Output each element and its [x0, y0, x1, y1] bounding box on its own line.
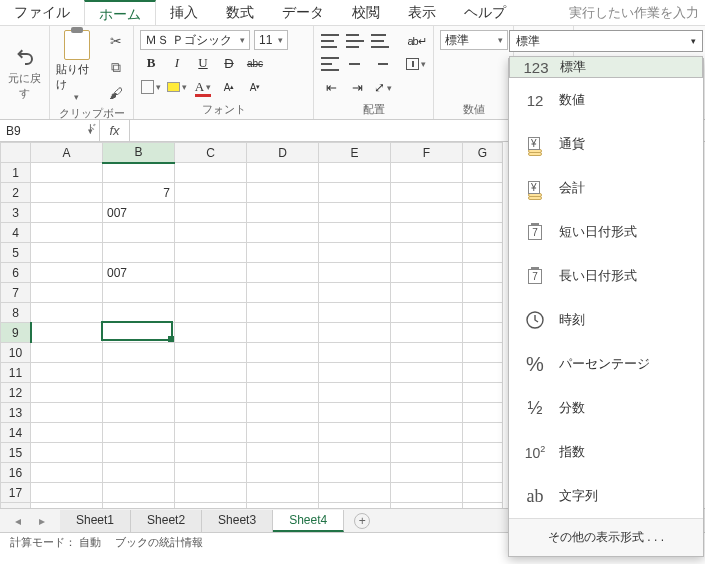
row-header-18[interactable]: 18: [1, 503, 31, 509]
cell-F15[interactable]: [391, 443, 463, 463]
bold-button[interactable]: B: [140, 52, 162, 74]
cell-A18[interactable]: [31, 503, 103, 509]
cell-F12[interactable]: [391, 383, 463, 403]
cell-A16[interactable]: [31, 463, 103, 483]
cell-D17[interactable]: [247, 483, 319, 503]
cell-F6[interactable]: [391, 263, 463, 283]
column-header-C[interactable]: C: [175, 143, 247, 163]
cell-D9[interactable]: [247, 323, 319, 343]
numfmt-数値[interactable]: 12数値: [509, 78, 703, 122]
cell-F13[interactable]: [391, 403, 463, 423]
row-header-6[interactable]: 6: [1, 263, 31, 283]
cell-A6[interactable]: [31, 263, 103, 283]
cell-E8[interactable]: [319, 303, 391, 323]
cell-G10[interactable]: [463, 343, 503, 363]
cell-G4[interactable]: [463, 223, 503, 243]
align-right-button[interactable]: [369, 53, 390, 75]
cell-E1[interactable]: [319, 163, 391, 183]
copy-button[interactable]: ⧉: [105, 56, 127, 78]
cell-G16[interactable]: [463, 463, 503, 483]
cell-G8[interactable]: [463, 303, 503, 323]
cell-A3[interactable]: [31, 203, 103, 223]
cell-A14[interactable]: [31, 423, 103, 443]
cell-B13[interactable]: [103, 403, 175, 423]
increase-indent-button[interactable]: ⇥: [346, 77, 368, 99]
column-header-F[interactable]: F: [391, 143, 463, 163]
paste-icon[interactable]: [64, 30, 90, 60]
cell-G9[interactable]: [463, 323, 503, 343]
numfmt-長い日付形式[interactable]: 7長い日付形式: [509, 254, 703, 298]
cell-C8[interactable]: [175, 303, 247, 323]
row-header-14[interactable]: 14: [1, 423, 31, 443]
cell-C10[interactable]: [175, 343, 247, 363]
row-header-7[interactable]: 7: [1, 283, 31, 303]
cell-B10[interactable]: [103, 343, 175, 363]
cell-A8[interactable]: [31, 303, 103, 323]
cell-E16[interactable]: [319, 463, 391, 483]
cell-F1[interactable]: [391, 163, 463, 183]
row-header-13[interactable]: 13: [1, 403, 31, 423]
cut-button[interactable]: ✂: [105, 30, 127, 52]
cell-A10[interactable]: [31, 343, 103, 363]
merge-button[interactable]: [405, 53, 427, 75]
cell-C7[interactable]: [175, 283, 247, 303]
menu-ファイル[interactable]: ファイル: [0, 0, 84, 25]
menu-挿入[interactable]: 挿入: [156, 0, 212, 25]
numfmt-通貨[interactable]: ¥通貨: [509, 122, 703, 166]
menu-ホーム[interactable]: ホーム: [84, 0, 156, 25]
cell-A15[interactable]: [31, 443, 103, 463]
align-middle-button[interactable]: [345, 30, 366, 52]
cell-G1[interactable]: [463, 163, 503, 183]
cell-B7[interactable]: [103, 283, 175, 303]
cell-C1[interactable]: [175, 163, 247, 183]
cell-F10[interactable]: [391, 343, 463, 363]
menu-数式[interactable]: 数式: [212, 0, 268, 25]
numfmt-文字列[interactable]: ab文字列: [509, 474, 703, 518]
decrease-indent-button[interactable]: ⇤: [320, 77, 342, 99]
cell-F16[interactable]: [391, 463, 463, 483]
cell-C4[interactable]: [175, 223, 247, 243]
underline-button[interactable]: U: [192, 52, 214, 74]
row-header-2[interactable]: 2: [1, 183, 31, 203]
cell-B4[interactable]: [103, 223, 175, 243]
cell-G12[interactable]: [463, 383, 503, 403]
cell-A7[interactable]: [31, 283, 103, 303]
cell-B12[interactable]: [103, 383, 175, 403]
row-header-9[interactable]: 9: [1, 323, 31, 343]
align-left-button[interactable]: [320, 53, 341, 75]
fill-color-button[interactable]: [166, 76, 188, 98]
cell-D15[interactable]: [247, 443, 319, 463]
cell-F17[interactable]: [391, 483, 463, 503]
font-name-select[interactable]: ＭＳ Ｐゴシック: [140, 30, 250, 50]
cell-B9[interactable]: [103, 323, 175, 343]
cell-E9[interactable]: [319, 323, 391, 343]
cell-B3[interactable]: 007: [103, 203, 175, 223]
cell-A2[interactable]: [31, 183, 103, 203]
numfmt-会計[interactable]: ¥会計: [509, 166, 703, 210]
row-header-10[interactable]: 10: [1, 343, 31, 363]
number-format-select[interactable]: 標準: [440, 30, 508, 50]
cell-F9[interactable]: [391, 323, 463, 343]
numfmt-パーセンテージ[interactable]: %パーセンテージ: [509, 342, 703, 386]
cell-C3[interactable]: [175, 203, 247, 223]
cell-B18[interactable]: [103, 503, 175, 509]
cell-G5[interactable]: [463, 243, 503, 263]
cell-A17[interactable]: [31, 483, 103, 503]
menu-校閲[interactable]: 校閲: [338, 0, 394, 25]
tell-me-search[interactable]: 実行したい作業を入力: [563, 0, 705, 25]
cell-F3[interactable]: [391, 203, 463, 223]
cell-G6[interactable]: [463, 263, 503, 283]
cell-A13[interactable]: [31, 403, 103, 423]
cell-D2[interactable]: [247, 183, 319, 203]
cell-C5[interactable]: [175, 243, 247, 263]
cell-D6[interactable]: [247, 263, 319, 283]
cell-A11[interactable]: [31, 363, 103, 383]
row-header-1[interactable]: 1: [1, 163, 31, 183]
cell-A4[interactable]: [31, 223, 103, 243]
cell-E18[interactable]: [319, 503, 391, 509]
cell-D4[interactable]: [247, 223, 319, 243]
cell-D11[interactable]: [247, 363, 319, 383]
cell-D3[interactable]: [247, 203, 319, 223]
cell-G18[interactable]: [463, 503, 503, 509]
cell-E5[interactable]: [319, 243, 391, 263]
